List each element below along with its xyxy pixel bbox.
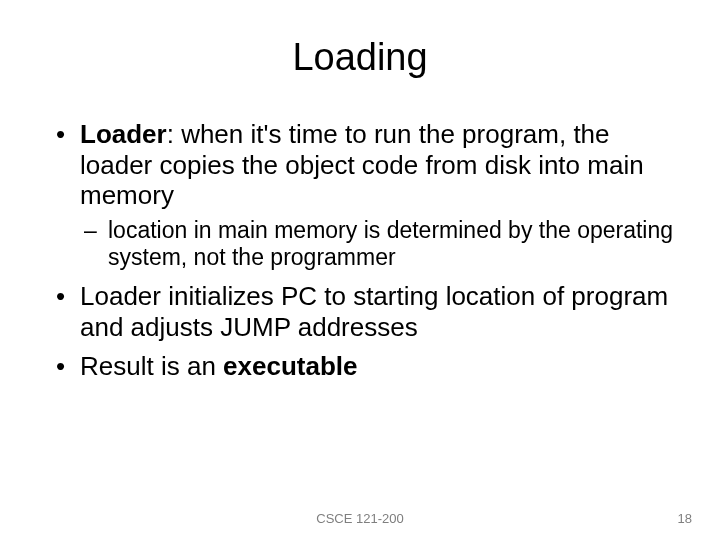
footer-page-number: 18: [678, 511, 692, 526]
bullet-item: Loader initializes PC to starting locati…: [52, 281, 680, 342]
bullet-text: Result is an: [80, 351, 223, 381]
bullet-list: Loader: when it's time to run the progra…: [52, 119, 680, 381]
slide-container: Loading Loader: when it's time to run th…: [0, 0, 720, 540]
bullet-bold-prefix: Loader: [80, 119, 167, 149]
footer-course: CSCE 121-200: [316, 511, 403, 526]
sub-bullet-list: location in main memory is determined by…: [80, 217, 680, 271]
bullet-item: Result is an executable: [52, 351, 680, 382]
bullet-item: Loader: when it's time to run the progra…: [52, 119, 680, 271]
slide-content: Loader: when it's time to run the progra…: [40, 119, 680, 381]
sub-bullet-item: location in main memory is determined by…: [80, 217, 680, 271]
slide-footer: CSCE 121-200 18: [0, 511, 720, 526]
slide-title: Loading: [40, 36, 680, 79]
bullet-bold-suffix: executable: [223, 351, 357, 381]
